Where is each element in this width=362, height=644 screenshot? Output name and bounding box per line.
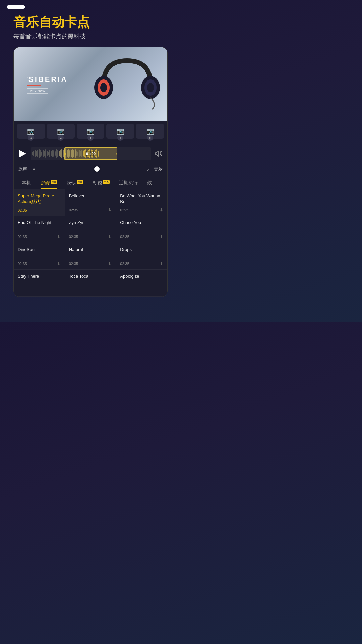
phone-mock: °SIBERIA BUY NOW 📷 1 📷 2 📷 3 📷 4 📷 5 <box>13 47 168 297</box>
music-note-icon: ♪ <box>147 166 149 172</box>
music-time-2: 02:35 <box>69 208 78 212</box>
thumbnail-1[interactable]: 📷 1 <box>17 124 45 139</box>
tab-soothe[interactable]: 舒缓卡点 <box>36 177 62 189</box>
volume-button[interactable] <box>154 149 164 159</box>
music-cell-9[interactable]: Drops 02:35 ⬇ <box>116 243 167 270</box>
music-name-2: Believer <box>69 193 112 199</box>
play-button[interactable] <box>17 148 28 159</box>
brand-overlay: °SIBERIA BUY NOW <box>27 75 68 93</box>
thumb-num-3: 3 <box>87 135 94 141</box>
thumbnail-2[interactable]: 📷 2 <box>47 124 75 139</box>
download-icon-3[interactable]: ⬇ <box>160 207 163 212</box>
thumbnail-strip: 📷 1 📷 2 📷 3 📷 4 📷 5 <box>14 121 167 141</box>
music-name-12: Apologize <box>120 274 163 279</box>
audio-mix-slider[interactable] <box>40 169 143 169</box>
music-grid: Super Mega Pirate Action(默认) 02:35 Belie… <box>14 189 167 297</box>
music-cell-5[interactable]: Zyn Zyn 02:35 ⬇ <box>65 216 116 243</box>
music-time-1: 02:35 <box>18 208 27 212</box>
tab-trending[interactable]: 近期流行 <box>114 177 142 189</box>
badge-soothe: 卡点 <box>51 180 57 184</box>
thumb-num-4: 4 <box>117 135 123 141</box>
music-name-10: Stay There <box>18 274 61 279</box>
music-cell-bottom-2: 02:35 ⬇ <box>69 207 112 212</box>
music-name-7: DinoSaur <box>18 247 61 253</box>
music-cell-bottom-6: 02:35 ⬇ <box>120 234 163 239</box>
mic-icon: 🎙 <box>32 166 37 172</box>
music-cell-3[interactable]: Be What You Wanna Be 02:35 ⬇ <box>116 189 167 216</box>
play-triangle-icon <box>19 150 26 158</box>
tab-local[interactable]: 本机 <box>17 177 36 189</box>
music-cell-11[interactable]: Toca Toca <box>65 270 116 297</box>
music-name-8: Natural <box>69 247 112 253</box>
download-icon-9[interactable]: ⬇ <box>160 261 163 266</box>
music-cell-8[interactable]: Natural 02:35 ⬇ <box>65 243 116 270</box>
music-name-3: Be What You Wanna Be <box>120 193 163 205</box>
music-time-3: 02:35 <box>120 208 129 212</box>
brand-name: °SIBERIA <box>27 75 68 84</box>
music-cell-bottom-4: 02:35 ⬇ <box>18 234 61 239</box>
header: 音乐自动卡点 每首音乐都能卡点的黑科技 <box>0 11 181 47</box>
thumb-num-1: 1 <box>28 135 34 141</box>
app-subtitle: 每首音乐都能卡点的黑科技 <box>13 32 168 40</box>
music-audio-label: 音乐 <box>153 166 163 172</box>
original-audio-label: 原声 <box>18 166 28 172</box>
camera-icon-1: 📷 <box>27 127 35 135</box>
headphone-image-area: °SIBERIA BUY NOW <box>14 47 167 121</box>
status-bar <box>0 0 181 11</box>
music-cell-bottom-7: 02:35 ⬇ <box>18 261 61 266</box>
music-name-1: Super Mega Pirate Action(默认) <box>18 193 61 205</box>
camera-icon-4: 📷 <box>117 127 124 135</box>
music-cell-bottom-9: 02:35 ⬇ <box>120 261 163 266</box>
category-tabs: 本机 舒缓卡点 欢快卡点 动感卡点 近期流行 鼓 <box>14 176 167 190</box>
music-cell-bottom-5: 02:35 ⬇ <box>69 234 112 239</box>
thumbnail-4[interactable]: 📷 4 <box>106 124 134 139</box>
app-title: 音乐自动卡点 <box>13 15 168 30</box>
headphone-illustration <box>94 51 161 118</box>
camera-icon-3: 📷 <box>87 127 94 135</box>
music-cell-7[interactable]: DinoSaur 02:35 ⬇ <box>14 243 65 270</box>
download-icon-6[interactable]: ⬇ <box>160 234 163 239</box>
waveform-highlight-region[interactable]: ‹ 01:00 › <box>64 147 117 160</box>
music-time-6: 02:35 <box>120 235 129 239</box>
tab-dynamic[interactable]: 动感卡点 <box>88 177 114 189</box>
camera-icon-5: 📷 <box>146 127 154 135</box>
buy-now-button[interactable]: BUY NOW <box>27 88 48 93</box>
svg-point-2 <box>100 83 107 92</box>
music-time-5: 02:35 <box>69 235 78 239</box>
waveform-left-arrow[interactable]: ‹ <box>65 151 66 157</box>
waveform-time-label: 01:00 <box>85 151 97 156</box>
download-icon-7[interactable]: ⬇ <box>57 261 61 266</box>
music-time-9: 02:35 <box>120 262 129 266</box>
download-icon-5[interactable]: ⬇ <box>108 234 112 239</box>
tab-drum[interactable]: 鼓 <box>142 177 157 189</box>
music-cell-10[interactable]: Stay There <box>14 270 65 297</box>
download-icon-4[interactable]: ⬇ <box>57 234 61 239</box>
download-icon-2[interactable]: ⬇ <box>108 207 112 212</box>
waveform-right-arrow[interactable]: › <box>115 151 117 157</box>
camera-icon-2: 📷 <box>57 127 64 135</box>
music-cell-6[interactable]: Chase You 02:35 ⬇ <box>116 216 167 243</box>
brand-line <box>27 85 41 86</box>
music-cell-2[interactable]: Believer 02:35 ⬇ <box>65 189 116 216</box>
music-name-5: Zyn Zyn <box>69 220 112 226</box>
music-cell-1[interactable]: Super Mega Pirate Action(默认) 02:35 <box>14 189 65 216</box>
thumbnail-3[interactable]: 📷 3 <box>77 124 105 139</box>
badge-happy: 卡点 <box>77 180 83 184</box>
waveform-container[interactable]: ‹ 01:00 › <box>31 147 151 160</box>
music-cell-4[interactable]: End Of The Night 02:35 ⬇ <box>14 216 65 243</box>
download-icon-8[interactable]: ⬇ <box>108 261 112 266</box>
music-time-7: 02:35 <box>18 262 27 266</box>
music-name-11: Toca Toca <box>69 274 112 279</box>
music-cell-bottom-1: 02:35 <box>18 208 61 212</box>
audio-mix-row: 原声 🎙 ♪ 音乐 <box>14 163 167 176</box>
thumbnail-5[interactable]: 📷 5 <box>136 124 164 139</box>
waveform-row: ‹ 01:00 › <box>14 141 167 163</box>
music-cell-12[interactable]: Apologize <box>116 270 167 297</box>
slider-thumb[interactable] <box>94 166 100 172</box>
tab-happy[interactable]: 欢快卡点 <box>62 177 88 189</box>
thumb-num-2: 2 <box>58 135 64 141</box>
music-cell-bottom-3: 02:35 ⬇ <box>120 207 163 212</box>
music-name-6: Chase You <box>120 220 163 226</box>
badge-dynamic: 卡点 <box>103 180 110 184</box>
music-cell-bottom-8: 02:35 ⬇ <box>69 261 112 266</box>
